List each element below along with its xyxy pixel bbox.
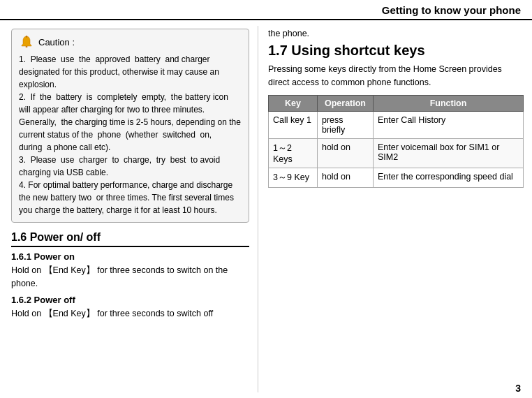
col-header-operation: Operation	[317, 95, 373, 111]
table-cell-operation: hold on	[317, 168, 373, 187]
table-cell-function: Enter the corresponding speed dial	[374, 168, 524, 187]
table-cell-function: Enter Call History	[374, 111, 524, 138]
table-cell-key: 3～9 Key	[269, 168, 318, 187]
table-row: Call key 1press brieflyEnter Call Histor…	[269, 111, 524, 138]
shortcut-keys-table: Key Operation Function Call key 1press b…	[268, 95, 524, 188]
table-header-row: Key Operation Function	[269, 95, 524, 111]
page-header: Getting to know your phone	[0, 0, 532, 20]
section-17-heading: 1.7 Using shortcut keys	[268, 43, 524, 59]
table-cell-key: 1～2 Keys	[269, 138, 318, 168]
page-number: 3	[515, 383, 521, 394]
section-16: 1.6 Power on/ off 1.6.1 Power on Hold on…	[11, 231, 249, 320]
caution-box: Caution : 1. Please use the approved bat…	[11, 29, 249, 223]
col-header-function: Function	[374, 95, 524, 111]
table-row: 3～9 Keyhold onEnter the corresponding sp…	[269, 168, 524, 187]
page-title: Getting to know your phone	[382, 4, 521, 16]
section-162-text: Hold on 【End Key】 for three seconds to s…	[11, 307, 249, 320]
table-cell-operation: press briefly	[317, 111, 373, 138]
caution-title: Caution :	[38, 36, 75, 50]
caution-body: 1. Please use the approved battery and c…	[19, 53, 242, 216]
right-column: the phone. 1.7 Using shortcut keys Press…	[258, 26, 532, 392]
right-top-text: the phone.	[268, 29, 524, 38]
table-row: 1～2 Keyshold onEnter voicemail box for S…	[269, 138, 524, 168]
content-area: Caution : 1. Please use the approved bat…	[0, 20, 532, 398]
page-container: Getting to know your phone	[0, 0, 532, 398]
table-cell-key: Call key 1	[269, 111, 318, 138]
col-header-key: Key	[269, 95, 318, 111]
section-161-heading: 1.6.1 Power on	[11, 251, 249, 262]
section-161-text: Hold on 【End Key】 for three seconds to s…	[11, 264, 249, 290]
svg-rect-0	[26, 46, 28, 47]
caution-header: Caution :	[19, 35, 242, 50]
section-162-heading: 1.6.2 Power off	[11, 295, 249, 305]
section-17-intro: Pressing some keys directly from the Hom…	[268, 63, 524, 89]
table-cell-function: Enter voicemail box for SIM1 or SIM2	[374, 138, 524, 168]
left-column: Caution : 1. Please use the approved bat…	[0, 26, 258, 392]
section-16-heading: 1.6 Power on/ off	[11, 231, 249, 247]
table-cell-operation: hold on	[317, 138, 373, 168]
caution-bell-icon	[19, 35, 34, 50]
